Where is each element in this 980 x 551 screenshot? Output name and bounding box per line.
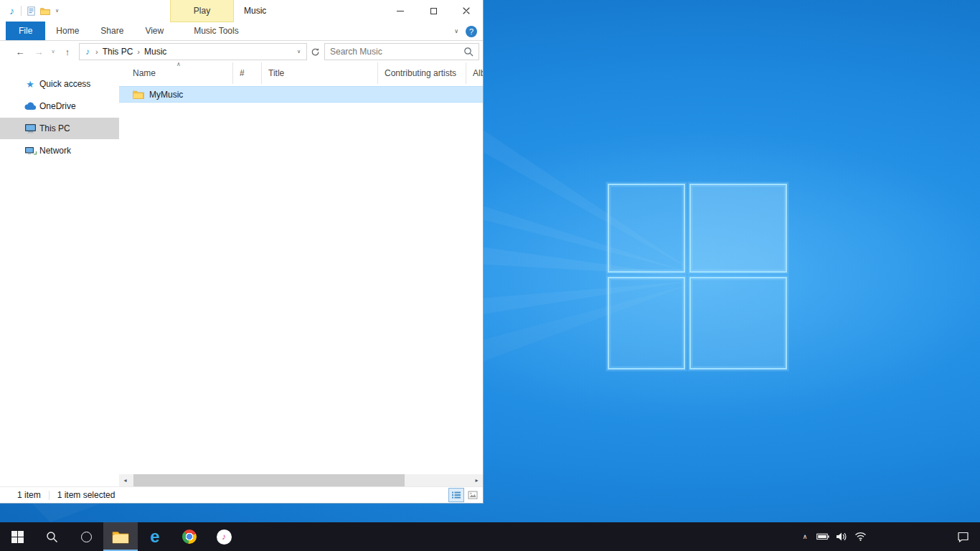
- view-toggles: [448, 488, 481, 502]
- column-header-contributing-artists[interactable]: Contributing artists: [378, 62, 466, 84]
- ribbon-right-controls: ∨ ?: [454, 22, 477, 41]
- close-icon: [463, 7, 470, 14]
- this-pc-icon: [24, 123, 37, 133]
- start-button[interactable]: [0, 522, 34, 551]
- taskbar-chrome-button[interactable]: [172, 522, 207, 551]
- edge-icon: e: [150, 528, 159, 545]
- sidebar-item-quick-access[interactable]: ★ Quick access: [0, 73, 119, 95]
- status-divider: [49, 491, 50, 500]
- navigation-bar: ← → ∨ ↑ ♪ › This PC › Music ∨: [0, 41, 483, 62]
- minimize-button[interactable]: [384, 0, 417, 22]
- recent-locations-chevron-icon[interactable]: ∨: [48, 49, 58, 55]
- folder-icon: [133, 90, 144, 99]
- onedrive-cloud-icon: [24, 102, 37, 110]
- sidebar-item-label: OneDrive: [39, 101, 76, 111]
- taskbar-itunes-button[interactable]: ♪: [207, 522, 241, 551]
- sidebar-item-label: Network: [39, 146, 71, 156]
- volume-icon[interactable]: [832, 532, 851, 542]
- properties-icon[interactable]: [27, 6, 35, 16]
- sidebar-item-network[interactable]: Network: [0, 140, 119, 161]
- file-explorer-icon: [112, 530, 129, 544]
- quick-access-star-icon: ★: [24, 80, 37, 89]
- horizontal-scrollbar[interactable]: ◂ ▸: [119, 474, 483, 486]
- show-hidden-icons-chevron-icon[interactable]: ∧: [796, 533, 814, 540]
- forward-button[interactable]: →: [29, 47, 48, 57]
- breadcrumb-separator[interactable]: ›: [95, 47, 98, 56]
- file-row-mymusic[interactable]: MyMusic: [119, 86, 483, 103]
- search-input[interactable]: [325, 47, 463, 57]
- selection-count: 1 item selected: [57, 490, 116, 500]
- sort-ascending-icon: ∧: [176, 61, 181, 67]
- ribbon-tab-bar: File Home Share View Music Tools ∨ ?: [0, 22, 483, 41]
- sidebar-item-onedrive[interactable]: OneDrive: [0, 95, 119, 117]
- system-tray: ∧: [796, 522, 980, 551]
- column-headers: ∧ Name # Title Contributing artists Alb: [119, 62, 483, 84]
- windows-logo-icon: [11, 531, 24, 543]
- breadcrumb-this-pc[interactable]: This PC: [103, 47, 133, 57]
- titlebar[interactable]: ♪ ∨ Play Music: [0, 0, 483, 22]
- cortana-circle-icon: [81, 532, 92, 542]
- column-header-title[interactable]: Title: [262, 62, 378, 84]
- window-title: Music: [244, 0, 266, 22]
- file-list-pane: ∧ Name # Title Contributing artists Alb …: [119, 62, 483, 486]
- maximize-icon: [430, 8, 437, 14]
- large-icons-view-button[interactable]: [465, 488, 481, 502]
- sidebar-item-label: This PC: [39, 123, 70, 133]
- network-icon: [24, 146, 37, 156]
- cortana-button[interactable]: [69, 522, 103, 551]
- item-count: 1 item: [17, 490, 41, 500]
- tab-share[interactable]: Share: [90, 22, 134, 40]
- window-controls: [384, 0, 483, 22]
- file-list[interactable]: MyMusic: [119, 84, 483, 474]
- music-note-icon: ♪: [222, 532, 226, 541]
- search-box: [324, 43, 479, 60]
- minimize-icon: [397, 11, 404, 11]
- search-icon: [46, 531, 58, 543]
- column-header-number[interactable]: #: [233, 62, 262, 84]
- column-header-album[interactable]: Alb: [466, 62, 483, 84]
- details-view-button[interactable]: [448, 488, 464, 502]
- maximize-button[interactable]: [417, 0, 450, 22]
- chrome-icon: [182, 529, 197, 544]
- network-wifi-icon[interactable]: [851, 532, 870, 542]
- back-button[interactable]: ←: [11, 47, 29, 57]
- taskbar-search-button[interactable]: [34, 522, 69, 551]
- tab-home[interactable]: Home: [45, 22, 90, 40]
- scrollbar-thumb[interactable]: [133, 474, 405, 486]
- sidebar-item-this-pc[interactable]: This PC: [0, 118, 119, 139]
- navigation-pane: ★ Quick access OneDrive: [0, 62, 119, 486]
- itunes-icon: ♪: [217, 529, 232, 545]
- tab-music-tools[interactable]: Music Tools: [183, 22, 249, 40]
- status-bar: 1 item 1 item selected: [0, 486, 483, 503]
- address-dropdown-chevron-icon[interactable]: ∨: [297, 49, 301, 55]
- address-bar[interactable]: ♪ › This PC › Music ∨: [79, 43, 307, 60]
- search-icon[interactable]: [463, 47, 473, 57]
- tab-view[interactable]: View: [134, 22, 174, 40]
- music-note-icon: ♪: [85, 47, 90, 57]
- scroll-right-icon[interactable]: ▸: [471, 477, 483, 484]
- sidebar-item-label: Quick access: [39, 79, 90, 89]
- help-icon[interactable]: ?: [466, 26, 477, 37]
- close-button[interactable]: [450, 0, 483, 22]
- qat-divider: [21, 6, 22, 16]
- breadcrumb-music[interactable]: Music: [144, 47, 166, 57]
- tab-file[interactable]: File: [6, 22, 45, 40]
- contextual-badge-play[interactable]: Play: [170, 0, 234, 22]
- new-folder-icon[interactable]: [40, 7, 50, 15]
- taskbar: e ♪ ∧: [0, 522, 980, 551]
- battery-icon[interactable]: [814, 533, 832, 540]
- action-center-icon[interactable]: [948, 532, 977, 542]
- expand-ribbon-chevron-icon[interactable]: ∨: [454, 28, 458, 34]
- window-body: ★ Quick access OneDrive: [0, 62, 483, 486]
- taskbar-file-explorer-button[interactable]: [103, 522, 138, 551]
- scroll-left-icon[interactable]: ◂: [119, 477, 131, 484]
- file-name: MyMusic: [149, 90, 183, 100]
- refresh-icon[interactable]: [311, 47, 320, 57]
- taskbar-edge-button[interactable]: e: [138, 522, 172, 551]
- file-explorer-window: ♪ ∨ Play Music: [0, 0, 484, 504]
- music-note-app-icon: ♪: [9, 6, 14, 16]
- up-button[interactable]: ↑: [58, 47, 77, 57]
- breadcrumb-separator[interactable]: ›: [137, 47, 140, 56]
- qat-customize-chevron-icon[interactable]: ∨: [55, 8, 59, 14]
